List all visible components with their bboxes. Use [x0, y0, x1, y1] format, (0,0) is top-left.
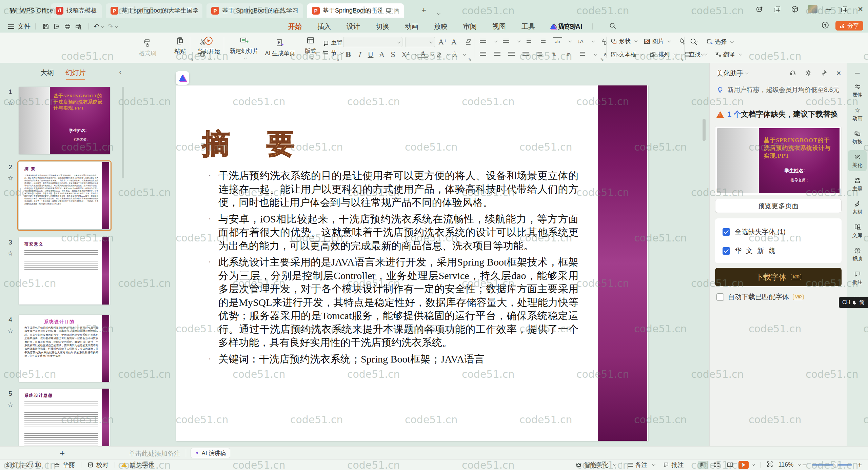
clear-format-icon[interactable] — [463, 38, 473, 46]
document-tab[interactable]: d找稻壳模板 — [51, 3, 102, 18]
ai-speech-script-button[interactable]: ✦ AI 演讲稿 — [191, 448, 230, 458]
bold-button[interactable]: B — [343, 51, 353, 59]
slide-thumbnail-item[interactable]: 2☆摘 要干洗店预约洗衣系统的目的是让使用者可以更方便的将人、设备和场景更立体的… — [0, 162, 126, 229]
ribbon-tab-设计[interactable]: 设计 — [346, 21, 361, 33]
numbered-list-icon[interactable] — [501, 37, 511, 46]
member-promo-banner[interactable]: 新用户特惠，超级会员月均价低至8.6元 — [716, 85, 839, 94]
slide-title[interactable]: 摘 要 — [202, 125, 310, 163]
slide-thumbnail-item[interactable]: 3☆研究意义 — [0, 237, 126, 305]
smart-typeset-icon[interactable] — [599, 37, 608, 46]
theme-indicator[interactable]: 华丽 — [54, 461, 75, 469]
search-icon[interactable] — [689, 37, 698, 46]
ribbon-tab-切换[interactable]: 切换 — [375, 21, 390, 33]
redo-button[interactable]: ↷ — [107, 22, 113, 31]
ribbon-tab-动画[interactable]: 动画 — [404, 21, 419, 33]
rail-item-美化[interactable]: 美化 — [848, 150, 867, 171]
superscript-button[interactable]: X² — [399, 51, 412, 59]
download-fonts-button[interactable]: 下载字体 VIP — [715, 268, 842, 286]
file-menu[interactable]: 文件 — [18, 22, 31, 31]
cast-screen-icon[interactable] — [386, 8, 391, 13]
slideshow-play-button[interactable] — [738, 461, 749, 469]
apps-cube-icon[interactable] — [790, 5, 799, 14]
auto-download-option[interactable]: 自动下载已匹配字体 VIP — [716, 292, 804, 301]
share-button[interactable]: 分享 — [835, 21, 863, 31]
slide-sorter-view-button[interactable] — [712, 461, 722, 469]
checkbox-checked-icon[interactable] — [723, 228, 730, 236]
picture-button[interactable]: 图片 — [644, 37, 670, 45]
user-avatar[interactable] — [808, 5, 817, 13]
font-item-row[interactable]: 华 文 新 魏 — [723, 246, 776, 255]
font-size-select[interactable] — [405, 37, 435, 47]
text-align-vertical-icon[interactable] — [578, 50, 587, 59]
bullet-list-icon[interactable] — [478, 37, 488, 46]
increase-font-icon[interactable]: A⁺ — [438, 38, 448, 46]
ribbon-tab-审阅[interactable]: 审阅 — [462, 21, 477, 33]
transition-star-icon[interactable]: ☆ — [7, 99, 13, 107]
rail-item-属性[interactable]: 属性 — [848, 80, 867, 101]
workspaces-icon[interactable] — [773, 5, 782, 14]
missing-font-status[interactable]: 缺失字体 — [121, 461, 154, 469]
transition-star-icon[interactable]: ☆ — [7, 401, 13, 409]
textbox-button[interactable]: A 文本框 — [610, 51, 643, 58]
close-tab-icon[interactable]: ✕ — [395, 7, 399, 14]
rail-item-批注[interactable]: 批注 — [848, 267, 867, 288]
ai-assistant-icon[interactable] — [755, 5, 764, 14]
translate-button[interactable]: 翻译 — [715, 51, 741, 58]
slide-preview-card[interactable]: 基于SPRINGBOOT的干洗店预约洗衣系统设计与实现.PPT 学生姓名: 指导… — [715, 126, 842, 195]
pinyin-guide-button[interactable]: 文 — [450, 51, 460, 58]
play-from-current-button[interactable]: 当页开始 — [194, 34, 223, 62]
rail-item-主题[interactable]: 主题 — [848, 174, 867, 195]
ribbon-tab-放映[interactable]: 放映 — [433, 21, 448, 33]
checkbox-empty-icon[interactable] — [716, 293, 724, 301]
support-headset-icon[interactable] — [789, 70, 796, 78]
transition-star-icon[interactable]: ☆ — [7, 174, 13, 182]
print-button[interactable] — [62, 22, 73, 31]
pin-icon[interactable] — [821, 70, 827, 78]
restore-window-button[interactable] — [840, 5, 849, 14]
comments-toggle[interactable]: 批注 — [663, 461, 684, 469]
ribbon-tab-开始[interactable]: 开始 — [288, 21, 302, 33]
fill-color-icon[interactable] — [677, 37, 686, 46]
paragraph-spacing-icon[interactable]: ⇵ — [564, 50, 573, 59]
rail-item-文库[interactable]: 文库 — [848, 220, 867, 241]
text-direction-icon[interactable]: ↓A — [576, 37, 585, 46]
ai-generate-page-button[interactable]: P AI 生成单页 — [262, 34, 298, 62]
zoom-level[interactable]: 116% — [778, 461, 801, 468]
preview-more-pages-button[interactable]: 预览更多页面 — [715, 199, 842, 213]
settings-gear-icon[interactable] — [805, 70, 812, 78]
add-slide-button[interactable]: + — [60, 448, 65, 458]
align-center-icon[interactable] — [492, 50, 502, 59]
arrange-button[interactable]: 排列 — [649, 51, 676, 58]
normal-view-button[interactable] — [698, 461, 708, 469]
panel-title[interactable]: 美化助手 — [716, 69, 748, 78]
minimize-window-button[interactable]: ─ — [826, 5, 831, 13]
zoom-slider[interactable] — [812, 464, 852, 466]
italic-button[interactable]: I — [354, 51, 364, 59]
transition-star-icon[interactable]: ☆ — [7, 250, 13, 257]
collapse-panel-icon[interactable]: ‹ — [119, 68, 121, 76]
upload-cloud-icon[interactable] — [821, 21, 829, 31]
select-button[interactable]: 选择 — [707, 38, 733, 46]
thumbnail-scrollbar[interactable] — [122, 87, 124, 178]
select-all-fonts-row[interactable]: 全选缺失字体 (1) — [723, 227, 786, 236]
slideshow-options-chevron[interactable] — [752, 463, 755, 466]
document-tab[interactable]: P基于 SpringBoot 的在线学习过程管 — [206, 3, 303, 18]
checkbox-checked-icon[interactable] — [723, 247, 730, 255]
draw-group-expand[interactable]: ⇘ — [680, 57, 684, 62]
proofread-button[interactable]: 校对 — [87, 461, 108, 469]
document-tab[interactable]: P基于SpringBoot的干洗店预✕ — [307, 3, 404, 18]
notes-toggle[interactable]: 备注 — [628, 461, 654, 469]
slide-counter[interactable]: 幻灯片 2 / 10 — [6, 461, 41, 469]
font-group-expand[interactable]: ⇘ — [468, 57, 472, 62]
align-right-icon[interactable] — [507, 50, 516, 59]
new-slide-button[interactable]: 新建幻灯片 — [228, 34, 260, 62]
decrease-font-icon[interactable]: A⁻ — [451, 38, 461, 46]
input-method-indicator[interactable]: CH 简 — [839, 297, 868, 308]
save-button[interactable] — [40, 22, 51, 31]
find-button[interactable]: 查找 — [689, 51, 707, 58]
print-preview-button[interactable] — [73, 22, 84, 31]
rail-item-动画[interactable]: ☆动画 — [848, 103, 867, 124]
rail-item-切换[interactable]: 切换 — [848, 127, 867, 148]
outline-tab[interactable]: 大纲 — [40, 68, 54, 77]
ribbon-search-icon[interactable] — [609, 22, 616, 31]
